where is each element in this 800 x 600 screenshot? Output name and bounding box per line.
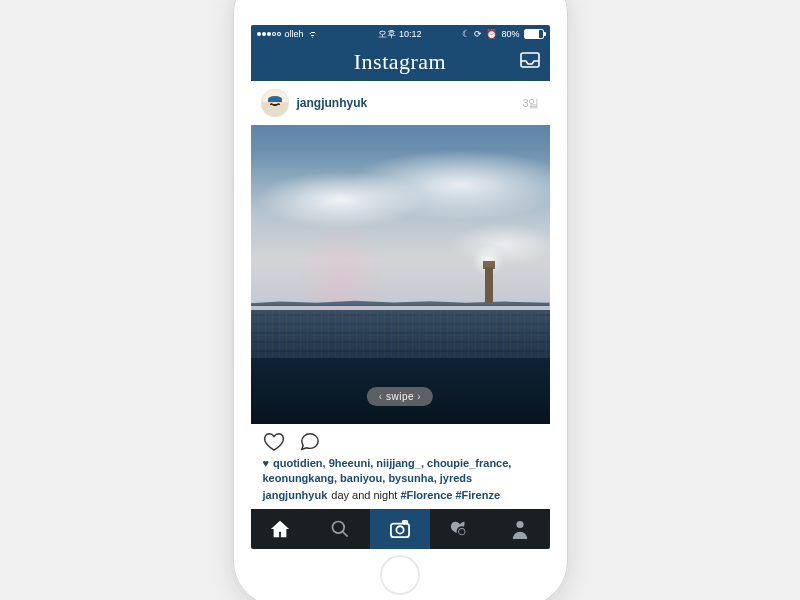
hashtag[interactable]: #Florence [400,489,452,501]
caption-username[interactable]: jangjunhyuk [263,489,328,501]
post-timestamp: 3일 [522,96,539,111]
wifi-icon [308,30,318,38]
comment-button[interactable] [299,432,321,452]
battery-pct-label: 80% [501,29,519,39]
post-header: jangjunhyuk 3일 [251,81,550,125]
photo-tower [482,257,496,303]
phone-frame: olleh 오후 10:12 ☾ ⟳ ⏰ 80% Instagram [233,0,568,600]
search-icon [330,519,350,539]
svg-point-3 [396,526,403,533]
nav-bar: Instagram [251,43,550,82]
tab-search[interactable] [310,509,370,549]
svg-rect-4 [403,521,408,524]
carrier-label: olleh [285,29,304,39]
tab-home[interactable] [251,509,311,549]
likers-text[interactable]: quotidien, 9heeuni, niijjang_, choupie_f… [263,457,512,484]
battery-icon [524,29,544,39]
avatar[interactable] [261,89,289,117]
phone-screen: olleh 오후 10:12 ☾ ⟳ ⏰ 80% Instagram [251,25,550,549]
app-logo: Instagram [354,49,446,75]
lock-rotation-icon: ⟳ [474,29,482,39]
camera-icon [389,519,411,539]
post-photo[interactable]: swipe [251,125,550,424]
heart-filled-icon: ♥ [263,456,270,471]
hashtag[interactable]: #Firenze [452,489,500,501]
status-bar: olleh 오후 10:12 ☾ ⟳ ⏰ 80% [251,25,550,43]
post-actions [251,424,550,456]
swipe-hint[interactable]: swipe [367,387,433,406]
moon-icon: ☾ [462,29,470,39]
tab-activity[interactable] [430,509,490,549]
inbox-button[interactable] [520,52,540,68]
caption-text: day and night [331,489,397,501]
signal-dots-icon [257,32,281,36]
svg-point-1 [333,522,345,534]
post-caption: jangjunhyukday and night #Florence #Fire… [251,487,550,501]
tab-profile[interactable] [490,509,550,549]
phone-home-button[interactable] [380,555,420,595]
stage: olleh 오후 10:12 ☾ ⟳ ⏰ 80% Instagram [0,0,800,600]
feed[interactable]: jangjunhyuk 3일 swipe [251,81,550,509]
svg-point-5 [459,529,464,534]
heart-icon [263,432,285,452]
activity-icon [449,519,471,539]
post-username[interactable]: jangjunhyuk [297,96,368,110]
comment-icon [299,432,321,452]
alarm-icon: ⏰ [486,29,497,39]
svg-rect-0 [521,53,539,67]
inbox-icon [520,52,540,68]
like-button[interactable] [263,432,285,452]
tab-bar [251,509,550,549]
tab-camera[interactable] [370,509,430,549]
profile-icon [511,519,529,539]
likers-line[interactable]: ♥quotidien, 9heeuni, niijjang_, choupie_… [251,456,550,487]
home-icon [269,519,291,539]
svg-point-6 [516,521,523,528]
